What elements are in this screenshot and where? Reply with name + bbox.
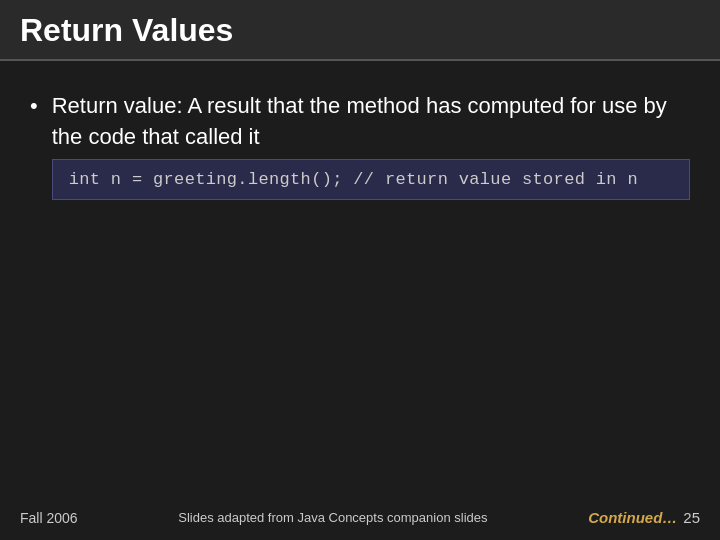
footer-semester: Fall 2006	[20, 510, 78, 526]
page-number: 25	[683, 509, 700, 526]
slide-content: • Return value: A result that the method…	[0, 61, 720, 499]
slide: Return Values • Return value: A result t…	[0, 0, 720, 540]
code-block: int n = greeting.length(); // return val…	[52, 159, 690, 200]
footer-attribution: Slides adapted from Java Concepts compan…	[98, 510, 569, 525]
bullet-text: Return value: A result that the method h…	[52, 93, 667, 149]
bullet-item: • Return value: A result that the method…	[30, 91, 690, 200]
slide-title: Return Values	[20, 12, 233, 48]
bullet-container: Return value: A result that the method h…	[52, 91, 690, 200]
code-text: int n = greeting.length(); // return val…	[69, 170, 638, 189]
slide-footer: Fall 2006 Slides adapted from Java Conce…	[0, 499, 720, 540]
slide-header: Return Values	[0, 0, 720, 61]
continued-label: Continued…	[588, 509, 677, 526]
bullet-dot: •	[30, 93, 38, 119]
footer-right-group: Continued… 25	[588, 509, 700, 526]
